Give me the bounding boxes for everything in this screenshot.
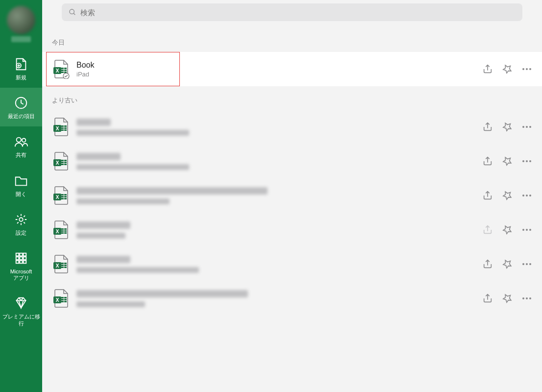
svg-rect-47 <box>64 198 67 199</box>
excel-file-icon: X <box>52 289 70 308</box>
avatar-label <box>11 36 31 42</box>
folder-icon <box>14 173 28 188</box>
share-button[interactable] <box>482 293 493 304</box>
file-title-redacted <box>76 221 130 229</box>
apps-icon <box>14 251 28 266</box>
more-button[interactable] <box>521 190 532 201</box>
pin-button[interactable] <box>502 64 513 74</box>
file-actions <box>482 224 532 235</box>
excel-file-icon: X <box>52 186 70 205</box>
file-row[interactable]: X <box>42 110 542 144</box>
svg-rect-30 <box>61 129 64 131</box>
nav-shared[interactable]: 共有 <box>0 126 42 165</box>
file-info <box>76 221 475 239</box>
search-input[interactable] <box>80 8 516 17</box>
svg-rect-17 <box>61 68 64 69</box>
svg-rect-42 <box>61 194 64 196</box>
file-actions <box>482 259 532 270</box>
file-info <box>76 256 475 273</box>
svg-text:X: X <box>56 68 59 74</box>
svg-rect-50 <box>61 228 64 230</box>
new-icon <box>14 57 28 72</box>
svg-rect-45 <box>64 196 67 197</box>
share-button[interactable] <box>482 259 493 270</box>
svg-rect-39 <box>64 164 67 165</box>
file-row[interactable]: X <box>42 144 542 178</box>
svg-rect-68 <box>61 299 64 300</box>
svg-rect-61 <box>64 265 67 266</box>
svg-rect-54 <box>61 232 64 234</box>
more-button[interactable] <box>521 259 532 270</box>
file-sub-redacted <box>76 233 125 239</box>
share-button[interactable] <box>482 156 493 167</box>
nav-open[interactable]: 開く <box>0 166 42 204</box>
nav-new[interactable]: 新規 <box>0 49 42 88</box>
clock-icon <box>14 96 28 110</box>
share-button[interactable] <box>482 190 493 201</box>
file-row[interactable]: X <box>42 178 542 213</box>
file-sub-redacted <box>76 164 189 170</box>
share-button[interactable] <box>482 64 493 74</box>
svg-rect-69 <box>64 299 67 300</box>
share-button[interactable] <box>482 122 493 132</box>
file-row[interactable]: X <box>42 213 542 247</box>
file-sub-redacted <box>76 198 170 204</box>
main: 今日 X <box>42 0 542 392</box>
pin-button[interactable] <box>502 293 513 304</box>
more-button[interactable] <box>521 224 532 235</box>
section-today-header: 今日 <box>42 24 542 52</box>
nav-label: プレミアムに移行 <box>0 314 42 326</box>
file-title-redacted <box>76 119 111 126</box>
svg-rect-44 <box>61 196 64 197</box>
file-sub-redacted <box>76 267 199 273</box>
svg-point-4 <box>19 218 23 221</box>
svg-rect-58 <box>61 263 64 264</box>
more-button[interactable] <box>521 293 532 304</box>
section-older-header: より古い <box>42 86 542 110</box>
pin-button[interactable] <box>502 224 513 235</box>
more-button[interactable] <box>521 122 532 132</box>
svg-rect-34 <box>61 160 64 161</box>
more-button[interactable] <box>521 64 532 74</box>
pin-button[interactable] <box>502 259 513 270</box>
share-button[interactable] <box>482 224 493 235</box>
file-row[interactable]: X <box>42 247 542 281</box>
svg-rect-31 <box>64 129 67 131</box>
svg-rect-27 <box>64 125 67 127</box>
nav-settings[interactable]: 設定 <box>0 204 42 243</box>
nav-label: 開く <box>16 191 26 197</box>
svg-rect-51 <box>64 228 67 230</box>
nav-apps[interactable]: Microsoft アプリ <box>0 243 42 288</box>
svg-text:X: X <box>56 263 59 269</box>
nav-recent[interactable]: 最近の項目 <box>0 88 42 126</box>
avatar[interactable] <box>7 6 35 34</box>
file-actions <box>482 156 532 167</box>
file-list-older: X X <box>42 110 542 316</box>
svg-rect-46 <box>61 198 64 199</box>
nav-premium[interactable]: プレミアムに移行 <box>0 288 42 333</box>
svg-rect-52 <box>61 230 64 232</box>
file-row[interactable]: X <box>42 281 542 316</box>
svg-rect-63 <box>64 267 67 268</box>
search-bar[interactable] <box>62 3 522 21</box>
nav-label: 新規 <box>16 74 26 81</box>
nav-label: 共有 <box>16 152 26 158</box>
pin-button[interactable] <box>502 190 513 201</box>
excel-file-icon: X <box>52 117 70 137</box>
svg-rect-6 <box>20 253 23 256</box>
svg-rect-43 <box>64 194 67 196</box>
file-title-redacted <box>76 290 248 297</box>
svg-point-2 <box>17 138 21 142</box>
excel-file-icon: X <box>52 59 70 79</box>
svg-rect-12 <box>20 261 23 264</box>
excel-file-icon: X <box>52 220 70 240</box>
pin-button[interactable] <box>502 122 513 132</box>
search-wrap <box>42 0 542 24</box>
file-sub-redacted <box>76 301 145 307</box>
nav-label: 設定 <box>16 230 26 236</box>
more-button[interactable] <box>521 156 532 167</box>
svg-text:X: X <box>56 160 59 166</box>
file-actions <box>482 122 532 132</box>
file-info <box>76 187 475 204</box>
pin-button[interactable] <box>502 156 513 167</box>
